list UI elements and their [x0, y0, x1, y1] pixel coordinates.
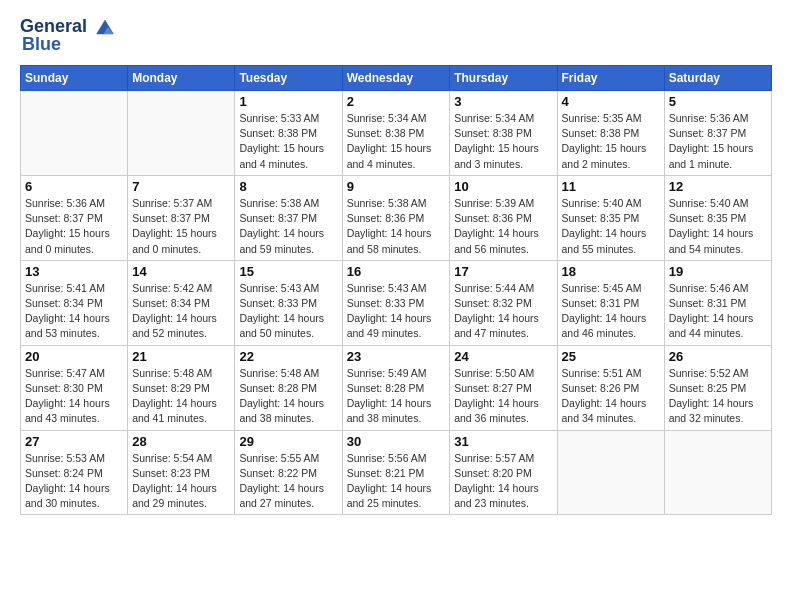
logo-icon: [94, 16, 116, 38]
calendar-cell: 1Sunrise: 5:33 AMSunset: 8:38 PMDaylight…: [235, 91, 342, 176]
day-info: Sunrise: 5:38 AMSunset: 8:36 PMDaylight:…: [347, 196, 446, 257]
calendar-cell: 24Sunrise: 5:50 AMSunset: 8:27 PMDayligh…: [450, 345, 557, 430]
day-info: Sunrise: 5:52 AMSunset: 8:25 PMDaylight:…: [669, 366, 767, 427]
day-info: Sunrise: 5:36 AMSunset: 8:37 PMDaylight:…: [25, 196, 123, 257]
calendar-cell: 16Sunrise: 5:43 AMSunset: 8:33 PMDayligh…: [342, 260, 450, 345]
day-info: Sunrise: 5:38 AMSunset: 8:37 PMDaylight:…: [239, 196, 337, 257]
weekday-header: Wednesday: [342, 66, 450, 91]
calendar-cell: 17Sunrise: 5:44 AMSunset: 8:32 PMDayligh…: [450, 260, 557, 345]
calendar-cell: 10Sunrise: 5:39 AMSunset: 8:36 PMDayligh…: [450, 175, 557, 260]
calendar-cell: 8Sunrise: 5:38 AMSunset: 8:37 PMDaylight…: [235, 175, 342, 260]
day-number: 28: [132, 434, 230, 449]
calendar-cell: [557, 430, 664, 515]
weekday-header: Sunday: [21, 66, 128, 91]
day-info: Sunrise: 5:40 AMSunset: 8:35 PMDaylight:…: [562, 196, 660, 257]
day-info: Sunrise: 5:43 AMSunset: 8:33 PMDaylight:…: [347, 281, 446, 342]
calendar-cell: 11Sunrise: 5:40 AMSunset: 8:35 PMDayligh…: [557, 175, 664, 260]
weekday-header: Saturday: [664, 66, 771, 91]
calendar-cell: 27Sunrise: 5:53 AMSunset: 8:24 PMDayligh…: [21, 430, 128, 515]
page: General Blue SundayMondayTuesdayWednesda…: [0, 0, 792, 612]
day-info: Sunrise: 5:51 AMSunset: 8:26 PMDaylight:…: [562, 366, 660, 427]
day-info: Sunrise: 5:48 AMSunset: 8:29 PMDaylight:…: [132, 366, 230, 427]
calendar-header-row: SundayMondayTuesdayWednesdayThursdayFrid…: [21, 66, 772, 91]
day-number: 9: [347, 179, 446, 194]
calendar-cell: [664, 430, 771, 515]
day-number: 14: [132, 264, 230, 279]
day-info: Sunrise: 5:39 AMSunset: 8:36 PMDaylight:…: [454, 196, 552, 257]
day-info: Sunrise: 5:54 AMSunset: 8:23 PMDaylight:…: [132, 451, 230, 512]
day-info: Sunrise: 5:46 AMSunset: 8:31 PMDaylight:…: [669, 281, 767, 342]
calendar-cell: 23Sunrise: 5:49 AMSunset: 8:28 PMDayligh…: [342, 345, 450, 430]
day-number: 20: [25, 349, 123, 364]
header: General Blue: [20, 16, 772, 55]
calendar-week-row: 27Sunrise: 5:53 AMSunset: 8:24 PMDayligh…: [21, 430, 772, 515]
calendar-cell: 30Sunrise: 5:56 AMSunset: 8:21 PMDayligh…: [342, 430, 450, 515]
calendar-cell: [21, 91, 128, 176]
calendar-cell: 31Sunrise: 5:57 AMSunset: 8:20 PMDayligh…: [450, 430, 557, 515]
day-number: 3: [454, 94, 552, 109]
day-info: Sunrise: 5:41 AMSunset: 8:34 PMDaylight:…: [25, 281, 123, 342]
weekday-header: Thursday: [450, 66, 557, 91]
calendar-cell: 29Sunrise: 5:55 AMSunset: 8:22 PMDayligh…: [235, 430, 342, 515]
calendar-cell: 25Sunrise: 5:51 AMSunset: 8:26 PMDayligh…: [557, 345, 664, 430]
calendar-cell: 22Sunrise: 5:48 AMSunset: 8:28 PMDayligh…: [235, 345, 342, 430]
weekday-header: Tuesday: [235, 66, 342, 91]
calendar-cell: 21Sunrise: 5:48 AMSunset: 8:29 PMDayligh…: [128, 345, 235, 430]
day-number: 1: [239, 94, 337, 109]
calendar-cell: 3Sunrise: 5:34 AMSunset: 8:38 PMDaylight…: [450, 91, 557, 176]
weekday-header: Friday: [557, 66, 664, 91]
day-number: 16: [347, 264, 446, 279]
day-number: 12: [669, 179, 767, 194]
day-info: Sunrise: 5:47 AMSunset: 8:30 PMDaylight:…: [25, 366, 123, 427]
day-info: Sunrise: 5:33 AMSunset: 8:38 PMDaylight:…: [239, 111, 337, 172]
day-number: 10: [454, 179, 552, 194]
day-info: Sunrise: 5:55 AMSunset: 8:22 PMDaylight:…: [239, 451, 337, 512]
calendar-cell: 7Sunrise: 5:37 AMSunset: 8:37 PMDaylight…: [128, 175, 235, 260]
day-number: 13: [25, 264, 123, 279]
day-info: Sunrise: 5:50 AMSunset: 8:27 PMDaylight:…: [454, 366, 552, 427]
day-number: 19: [669, 264, 767, 279]
day-info: Sunrise: 5:49 AMSunset: 8:28 PMDaylight:…: [347, 366, 446, 427]
day-number: 17: [454, 264, 552, 279]
day-number: 25: [562, 349, 660, 364]
day-info: Sunrise: 5:40 AMSunset: 8:35 PMDaylight:…: [669, 196, 767, 257]
day-info: Sunrise: 5:57 AMSunset: 8:20 PMDaylight:…: [454, 451, 552, 512]
day-number: 29: [239, 434, 337, 449]
calendar-cell: 14Sunrise: 5:42 AMSunset: 8:34 PMDayligh…: [128, 260, 235, 345]
day-number: 18: [562, 264, 660, 279]
calendar-week-row: 1Sunrise: 5:33 AMSunset: 8:38 PMDaylight…: [21, 91, 772, 176]
day-number: 31: [454, 434, 552, 449]
calendar-week-row: 20Sunrise: 5:47 AMSunset: 8:30 PMDayligh…: [21, 345, 772, 430]
day-number: 22: [239, 349, 337, 364]
calendar-week-row: 13Sunrise: 5:41 AMSunset: 8:34 PMDayligh…: [21, 260, 772, 345]
day-info: Sunrise: 5:56 AMSunset: 8:21 PMDaylight:…: [347, 451, 446, 512]
day-number: 26: [669, 349, 767, 364]
calendar-cell: 9Sunrise: 5:38 AMSunset: 8:36 PMDaylight…: [342, 175, 450, 260]
calendar-cell: 13Sunrise: 5:41 AMSunset: 8:34 PMDayligh…: [21, 260, 128, 345]
calendar-cell: 18Sunrise: 5:45 AMSunset: 8:31 PMDayligh…: [557, 260, 664, 345]
calendar-week-row: 6Sunrise: 5:36 AMSunset: 8:37 PMDaylight…: [21, 175, 772, 260]
day-info: Sunrise: 5:35 AMSunset: 8:38 PMDaylight:…: [562, 111, 660, 172]
day-number: 4: [562, 94, 660, 109]
day-number: 7: [132, 179, 230, 194]
calendar-cell: 5Sunrise: 5:36 AMSunset: 8:37 PMDaylight…: [664, 91, 771, 176]
day-info: Sunrise: 5:43 AMSunset: 8:33 PMDaylight:…: [239, 281, 337, 342]
calendar-cell: 15Sunrise: 5:43 AMSunset: 8:33 PMDayligh…: [235, 260, 342, 345]
day-number: 6: [25, 179, 123, 194]
day-info: Sunrise: 5:36 AMSunset: 8:37 PMDaylight:…: [669, 111, 767, 172]
day-number: 27: [25, 434, 123, 449]
day-number: 15: [239, 264, 337, 279]
calendar-cell: 4Sunrise: 5:35 AMSunset: 8:38 PMDaylight…: [557, 91, 664, 176]
weekday-header: Monday: [128, 66, 235, 91]
calendar-cell: 28Sunrise: 5:54 AMSunset: 8:23 PMDayligh…: [128, 430, 235, 515]
day-info: Sunrise: 5:44 AMSunset: 8:32 PMDaylight:…: [454, 281, 552, 342]
day-info: Sunrise: 5:42 AMSunset: 8:34 PMDaylight:…: [132, 281, 230, 342]
day-number: 5: [669, 94, 767, 109]
day-number: 23: [347, 349, 446, 364]
calendar-cell: [128, 91, 235, 176]
logo: General Blue: [20, 16, 118, 55]
day-info: Sunrise: 5:34 AMSunset: 8:38 PMDaylight:…: [347, 111, 446, 172]
calendar-cell: 6Sunrise: 5:36 AMSunset: 8:37 PMDaylight…: [21, 175, 128, 260]
calendar-cell: 2Sunrise: 5:34 AMSunset: 8:38 PMDaylight…: [342, 91, 450, 176]
day-info: Sunrise: 5:34 AMSunset: 8:38 PMDaylight:…: [454, 111, 552, 172]
